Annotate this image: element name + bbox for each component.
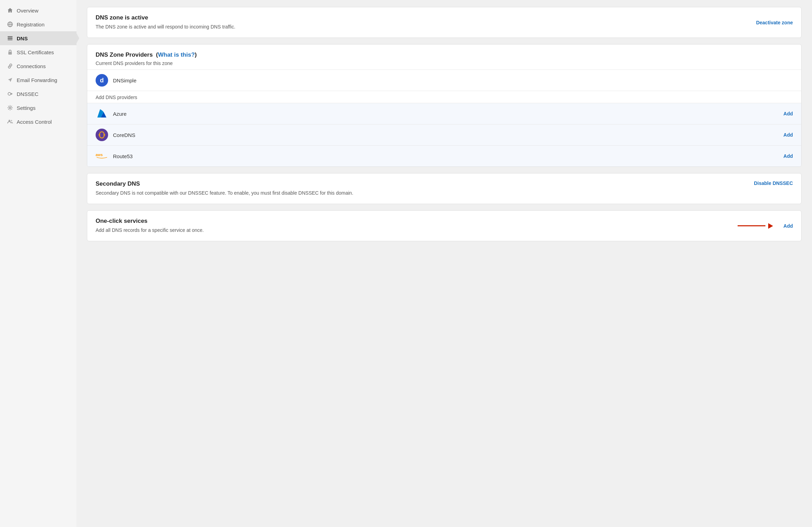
one-click-title: One-click services bbox=[96, 218, 204, 225]
lock-icon bbox=[7, 49, 13, 55]
svg-rect-5 bbox=[8, 40, 13, 40]
coredns-logo bbox=[96, 129, 108, 141]
home-icon bbox=[7, 7, 13, 14]
secondary-dns-desc: Secondary DNS is not compatible with our… bbox=[96, 189, 353, 197]
dns-active-row: DNS zone is active The DNS zone is activ… bbox=[87, 7, 801, 38]
provider-name-route53: Route53 bbox=[113, 153, 779, 159]
one-click-services-card: One-click services Add all DNS records f… bbox=[87, 210, 802, 241]
gear-icon bbox=[7, 105, 13, 111]
svg-text:aws: aws bbox=[96, 153, 103, 157]
one-click-desc: Add all DNS records for a specific servi… bbox=[96, 227, 204, 234]
sidebar-item-ssl[interactable]: SSL Certificates bbox=[0, 45, 76, 59]
svg-rect-3 bbox=[8, 36, 13, 38]
sidebar-item-connections[interactable]: Connections bbox=[0, 59, 76, 73]
svg-rect-6 bbox=[8, 52, 12, 55]
dnsimple-logo: d bbox=[96, 74, 108, 87]
svg-point-16 bbox=[104, 134, 105, 136]
arrow-indicator bbox=[738, 223, 773, 229]
secondary-dns-text: Secondary DNS Secondary DNS is not compa… bbox=[96, 180, 353, 197]
sidebar: Overview Registration DNS bbox=[0, 0, 76, 527]
what-is-this-link[interactable]: What is this? bbox=[158, 51, 195, 58]
sidebar-item-overview[interactable]: Overview bbox=[0, 3, 76, 17]
dns-active-card: DNS zone is active The DNS zone is activ… bbox=[87, 7, 802, 38]
azure-logo bbox=[96, 107, 108, 120]
send-icon bbox=[7, 77, 13, 83]
sidebar-item-dnssec[interactable]: DNSSEC bbox=[0, 87, 76, 101]
sidebar-label-access-control: Access Control bbox=[17, 119, 52, 125]
provider-name-azure: Azure bbox=[113, 111, 779, 117]
sidebar-item-access-control[interactable]: Access Control bbox=[0, 115, 76, 129]
sidebar-label-registration: Registration bbox=[17, 22, 44, 27]
dns-active-title: DNS zone is active bbox=[96, 14, 235, 21]
dns-zone-providers-subtitle: Current DNS providers for this zone bbox=[96, 60, 793, 66]
secondary-dns-title: Secondary DNS bbox=[96, 180, 353, 187]
svg-point-10 bbox=[11, 120, 12, 121]
provider-row-azure: Azure Add bbox=[87, 103, 801, 124]
sidebar-label-dns: DNS bbox=[17, 35, 28, 41]
add-route53-link[interactable]: Add bbox=[783, 153, 793, 159]
svg-point-9 bbox=[9, 120, 10, 122]
users-icon bbox=[7, 119, 13, 125]
dns-icon bbox=[7, 35, 13, 41]
secondary-dns-body: Secondary DNS Secondary DNS is not compa… bbox=[87, 173, 801, 204]
sidebar-item-registration[interactable]: Registration bbox=[0, 17, 76, 31]
svg-point-14 bbox=[97, 130, 107, 140]
dns-zone-providers-card: DNS Zone Providers (What is this?) Curre… bbox=[87, 44, 802, 167]
svg-rect-4 bbox=[8, 38, 13, 39]
add-one-click-link[interactable]: Add bbox=[783, 223, 793, 229]
arrow-head bbox=[768, 223, 773, 229]
sidebar-label-overview: Overview bbox=[17, 8, 39, 14]
provider-row-route53: aws Route53 Add bbox=[87, 145, 801, 167]
aws-logo: aws bbox=[96, 150, 108, 162]
sidebar-label-email-forwarding: Email Forwarding bbox=[17, 77, 57, 83]
sidebar-item-settings[interactable]: Settings bbox=[0, 101, 76, 115]
add-azure-link[interactable]: Add bbox=[783, 111, 793, 116]
svg-point-8 bbox=[9, 107, 11, 109]
dns-zone-providers-header: DNS Zone Providers (What is this?) Curre… bbox=[87, 44, 801, 70]
one-click-text: One-click services Add all DNS records f… bbox=[96, 218, 204, 234]
sidebar-item-dns[interactable]: DNS bbox=[0, 31, 76, 45]
globe-icon bbox=[7, 21, 13, 27]
sidebar-item-email-forwarding[interactable]: Email Forwarding bbox=[0, 73, 76, 87]
sidebar-label-connections: Connections bbox=[17, 63, 46, 69]
add-coredns-link[interactable]: Add bbox=[783, 132, 793, 138]
link-icon bbox=[7, 63, 13, 69]
provider-name-dnsimple: DNSimple bbox=[113, 78, 793, 83]
provider-name-coredns: CoreDNS bbox=[113, 132, 779, 138]
main-content: DNS zone is active The DNS zone is activ… bbox=[76, 0, 812, 527]
deactivate-zone-link[interactable]: Deactivate zone bbox=[756, 20, 793, 25]
key-icon bbox=[7, 91, 13, 97]
one-click-action: Add bbox=[738, 223, 793, 229]
sidebar-label-dnssec: DNSSEC bbox=[17, 91, 39, 97]
sidebar-label-settings: Settings bbox=[17, 105, 35, 111]
svg-point-15 bbox=[99, 134, 100, 136]
disable-dnssec-link[interactable]: Disable DNSSEC bbox=[754, 180, 793, 186]
provider-row-dnsimple: d DNSimple bbox=[87, 70, 801, 91]
add-providers-header: Add DNS providers bbox=[87, 91, 801, 103]
secondary-dns-card: Secondary DNS Secondary DNS is not compa… bbox=[87, 173, 802, 204]
sidebar-label-ssl: SSL Certificates bbox=[17, 49, 54, 55]
provider-row-coredns: CoreDNS Add bbox=[87, 124, 801, 145]
dns-zone-providers-title: DNS Zone Providers (What is this?) bbox=[96, 51, 793, 58]
arrow-line bbox=[738, 225, 765, 226]
dns-active-text: DNS zone is active The DNS zone is activ… bbox=[96, 14, 235, 31]
dns-active-desc: The DNS zone is active and will respond … bbox=[96, 23, 235, 31]
one-click-body: One-click services Add all DNS records f… bbox=[87, 211, 801, 241]
